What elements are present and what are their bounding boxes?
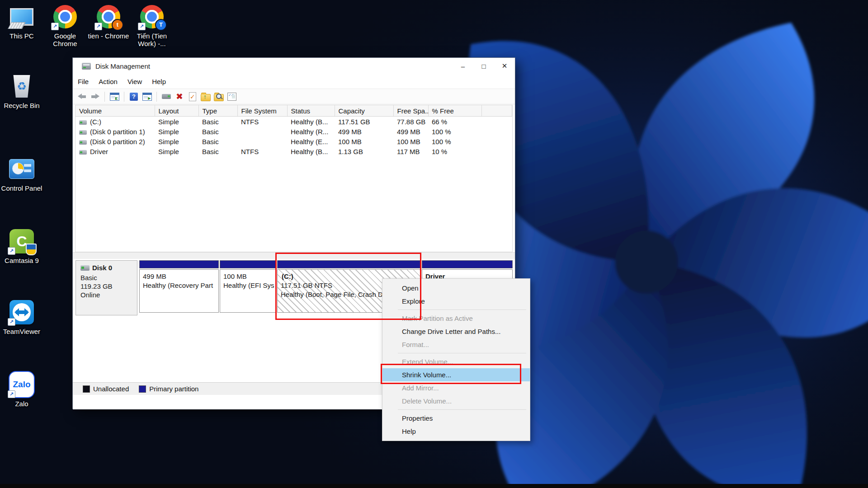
folder-search-icon[interactable]: [213, 91, 224, 102]
check-document-icon[interactable]: [187, 91, 198, 102]
window-title: Disk Management: [95, 62, 150, 70]
col-capacity[interactable]: Capacity: [335, 105, 393, 117]
checklist-icon[interactable]: [226, 91, 237, 102]
volume-icon: [79, 150, 87, 155]
recycle-bin-icon: ♻: [12, 75, 32, 98]
table-row[interactable]: Driver SimpleBasic NTFSHealthy (B... 1.1…: [75, 146, 512, 156]
uac-shield-icon: [26, 244, 37, 255]
disk-management-app-icon: [82, 63, 91, 70]
menu-item-change-drive-letter[interactable]: Change Drive Letter and Paths...: [382, 325, 530, 338]
desktop-icon-zalo[interactable]: Zalo ↗ Zalo: [0, 371, 43, 408]
disk-type: Basic: [80, 273, 137, 282]
disk-name: Disk 0: [92, 263, 112, 272]
col-type[interactable]: Type: [198, 105, 237, 117]
shortcut-arrow-icon: ↗: [94, 23, 102, 30]
control-panel-icon: [9, 159, 34, 179]
desktop-icon-this-pc[interactable]: This PC: [0, 4, 43, 40]
col-file-system[interactable]: File System: [237, 105, 287, 117]
table-row[interactable]: (Disk 0 partition 1) SimpleBasic Healthy…: [75, 127, 512, 136]
shortcut-arrow-icon: ↗: [8, 247, 15, 255]
col-volume[interactable]: Volume: [75, 105, 155, 117]
this-pc-icon: [10, 8, 33, 26]
menubar: File Action View Help: [73, 74, 515, 89]
col-free-space[interactable]: Free Spa...: [393, 105, 428, 117]
shortcut-arrow-icon: ↗: [138, 23, 146, 30]
desktop-icon-label: Recycle Bin: [4, 102, 39, 109]
back-icon[interactable]: [76, 91, 87, 102]
primary-partition-bar: [220, 260, 276, 268]
disk-icon: [80, 265, 90, 271]
console-window-icon[interactable]: ◧: [109, 91, 120, 102]
disk0-header[interactable]: Disk 0 Basic 119.23 GB Online: [75, 260, 137, 315]
primary-partition-bar: [422, 260, 513, 268]
col-extra[interactable]: [481, 105, 512, 117]
volume-icon: [79, 130, 87, 135]
partition-recovery[interactable]: 499 MB Healthy (Recovery Part: [139, 260, 219, 314]
table-row[interactable]: (Disk 0 partition 2) SimpleBasic Healthy…: [75, 136, 512, 146]
device-icon[interactable]: [161, 91, 172, 102]
menu-item-delete-volume: Delete Volume...: [382, 394, 530, 408]
desktop-icon-label: This PC: [9, 32, 33, 40]
menu-item-properties[interactable]: Properties: [382, 412, 530, 425]
primary-partition-bar: [139, 260, 219, 268]
menu-help[interactable]: Help: [147, 74, 171, 89]
desktop-icon-tien-work-chrome[interactable]: T ↗ Tiến (Tien Work) -...: [130, 4, 174, 47]
titlebar[interactable]: Disk Management – □ ✕: [73, 58, 515, 74]
menu-action[interactable]: Action: [94, 74, 123, 89]
table-row[interactable]: (C:) SimpleBasic NTFSHealthy (B... 117.5…: [75, 117, 512, 127]
profile-badge: T: [155, 19, 167, 31]
menu-view[interactable]: View: [123, 74, 147, 89]
shortcut-arrow-icon: ↗: [8, 390, 15, 398]
toolbar: ◧ ? ▶ ✖ ↑: [73, 89, 515, 104]
menu-file[interactable]: File: [73, 74, 94, 89]
desktop-icon-label: Control Panel: [1, 184, 42, 192]
desktop-icon-camtasia[interactable]: C ↗ Camtasia 9: [0, 228, 43, 264]
annotation-rect-c-partition: [275, 253, 421, 320]
menu-item-help[interactable]: Help: [382, 425, 530, 438]
delete-red-x-icon[interactable]: ✖: [174, 91, 185, 102]
desktop-icon-google-chrome[interactable]: ↗ Google Chrome: [43, 4, 87, 47]
desktop-icon-label: Tiến (Tien Work) -...: [131, 32, 173, 47]
desktop-icon-tien-chrome[interactable]: t ↗ tien - Chrome: [87, 4, 130, 40]
folder-up-icon[interactable]: ↑: [200, 91, 211, 102]
desktop-icon-label: Camtasia 9: [5, 257, 39, 264]
legend-label: Unallocated: [93, 385, 129, 393]
table-header-row: Volume Layout Type File System Status Ca…: [75, 105, 512, 117]
disk-size: 119.23 GB: [80, 282, 137, 291]
col-pct-free[interactable]: % Free: [428, 105, 481, 117]
menu-item-format: Format...: [382, 338, 530, 351]
desktop-icon-label: TeamViewer: [3, 328, 40, 335]
desktop-icon-label: Zalo: [15, 400, 28, 408]
legend-label: Primary partition: [149, 385, 198, 393]
help-icon[interactable]: ?: [128, 91, 139, 102]
col-layout[interactable]: Layout: [155, 105, 198, 117]
volume-icon: [79, 120, 87, 125]
desktop-icon-control-panel[interactable]: Control Panel: [0, 156, 43, 192]
taskbar-edge: [0, 484, 868, 488]
close-button[interactable]: ✕: [494, 58, 515, 74]
primary-partition-legend-swatch: [139, 385, 146, 393]
forward-icon[interactable]: [90, 91, 100, 102]
desktop-icon-teamviewer[interactable]: ↗ TeamViewer: [0, 299, 43, 335]
menu-divider: [398, 409, 526, 410]
unallocated-legend-swatch: [83, 385, 90, 393]
window-play-icon[interactable]: ▶: [142, 91, 152, 102]
desktop-icon-label: Google Chrome: [44, 32, 86, 47]
minimize-button[interactable]: –: [453, 58, 473, 74]
maximize-button[interactable]: □: [473, 58, 494, 74]
profile-badge: t: [112, 19, 123, 31]
shortcut-arrow-icon: ↗: [8, 318, 15, 326]
desktop-icon-label: tien - Chrome: [88, 32, 129, 40]
disk-status: Online: [80, 291, 137, 299]
volume-list: Volume Layout Type File System Status Ca…: [75, 105, 513, 252]
partition-efi[interactable]: 100 MB Healthy (EFI Sys: [220, 260, 276, 314]
shortcut-arrow-icon: ↗: [51, 23, 59, 30]
desktop-icon-recycle-bin[interactable]: ♻ Recycle Bin: [0, 73, 43, 109]
annotation-rect-shrink-volume: [381, 364, 521, 384]
volume-icon: [79, 140, 87, 145]
desktop: This PC ↗ Google Chrome t ↗ tien - Chrom…: [0, 0, 868, 488]
menu-divider: [398, 353, 526, 353]
col-status[interactable]: Status: [287, 105, 335, 117]
